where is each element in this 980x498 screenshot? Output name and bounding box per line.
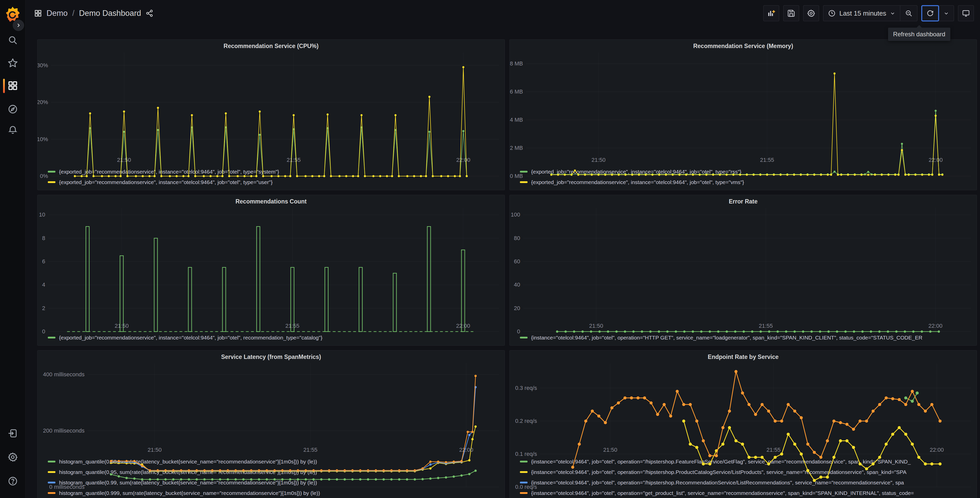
data-point: [281, 478, 283, 480]
data-point: [243, 175, 245, 177]
plot-region[interactable]: [540, 363, 971, 445]
chart-area[interactable]: 0 MB2 MB4 MB6 MB8 MB: [510, 53, 977, 155]
sign-in-icon[interactable]: [8, 428, 18, 439]
legend-label: histogram_quantile(0.999, sum(rate(laten…: [59, 490, 320, 496]
panel-title[interactable]: Service Latency (from SpanMetrics): [38, 351, 504, 363]
plot-region[interactable]: [523, 208, 971, 321]
data-point: [641, 330, 643, 333]
sidebar-expand-button[interactable]: [13, 20, 24, 31]
chart-area[interactable]: 0.0 req/s0.1 req/s0.2 req/s0.3 req/s: [510, 363, 977, 445]
data-point: [196, 469, 198, 472]
data-point: [638, 174, 640, 176]
legend-swatch: [520, 482, 528, 484]
y-tick-label: 0: [42, 328, 45, 335]
explore-icon[interactable]: [8, 104, 18, 114]
legend-item[interactable]: {exported_job="recommendationservice", i…: [48, 332, 502, 343]
data-point: [336, 478, 338, 480]
data-point: [931, 174, 933, 176]
chart-area[interactable]: 0 milliseconds200 milliseconds400 millis…: [38, 363, 504, 445]
starred-icon[interactable]: [8, 58, 18, 68]
time-range-picker: Last 15 minutes: [823, 5, 917, 21]
y-tick-label: 10: [39, 211, 45, 218]
time-range-button[interactable]: Last 15 minutes: [823, 6, 900, 21]
panel-title[interactable]: Recommendation Service (Memory): [510, 40, 977, 53]
panel-title[interactable]: Recommendations Count: [38, 195, 504, 208]
data-point: [917, 403, 921, 406]
breadcrumb-folder[interactable]: Demo: [46, 9, 68, 18]
chart-area[interactable]: 020406080100: [510, 208, 977, 321]
data-point: [887, 330, 889, 333]
panel-title[interactable]: Endpoint Rate by Service: [510, 351, 977, 363]
legend-item[interactable]: {instance="otelcol:9464", job="otel", op…: [520, 488, 974, 498]
data-point: [432, 175, 434, 177]
data-point: [591, 410, 594, 413]
data-point: [939, 420, 942, 423]
data-point: [685, 174, 687, 176]
data-point: [123, 131, 125, 133]
x-tick-label: 22:00: [456, 322, 470, 329]
data-point: [702, 439, 705, 442]
data-point: [180, 469, 182, 472]
panel-title[interactable]: Error Rate: [510, 195, 977, 208]
zoom-out-button[interactable]: [900, 6, 917, 21]
legend-item[interactable]: {exported_job="recommendationservice", i…: [520, 177, 974, 187]
data-point: [901, 143, 903, 145]
save-dashboard-button[interactable]: [783, 5, 799, 21]
data-point: [872, 463, 875, 466]
dashboards-icon[interactable]: [8, 81, 18, 91]
data-point: [760, 456, 764, 459]
y-tick-label: 200 milliseconds: [43, 428, 84, 434]
add-panel-button[interactable]: [764, 5, 779, 21]
legend-item[interactable]: {exported_job="recommendationservice", i…: [48, 177, 502, 187]
data-point: [650, 401, 653, 404]
data-point: [911, 390, 914, 393]
data-point: [328, 469, 330, 472]
data-point: [406, 478, 408, 480]
data-point: [616, 330, 618, 333]
data-point: [161, 175, 162, 177]
data-point: [837, 174, 839, 176]
data-point: [728, 410, 731, 413]
data-point: [258, 478, 260, 480]
refresh-interval-button[interactable]: [939, 6, 954, 21]
plot-region[interactable]: [88, 363, 499, 445]
cycle-view-mode-button[interactable]: [958, 5, 974, 21]
plot-region[interactable]: [526, 53, 971, 155]
legend-swatch: [520, 181, 528, 183]
legend-item[interactable]: {instance="otelcol:9464", job="otel", op…: [520, 332, 974, 343]
data-point: [172, 478, 175, 480]
share-icon[interactable]: [146, 10, 153, 17]
data-point: [904, 330, 906, 333]
legend-item[interactable]: histogram_quantile(0.999, sum(rate(laten…: [48, 488, 502, 498]
search-icon[interactable]: [8, 35, 18, 45]
data-point: [759, 330, 762, 333]
settings-icon[interactable]: [8, 452, 18, 462]
data-point: [289, 175, 291, 177]
data-point: [931, 403, 934, 406]
legend-swatch: [520, 337, 528, 338]
data-point: [834, 171, 836, 172]
data-point: [666, 330, 668, 333]
legend-swatch: [520, 461, 528, 463]
plot-region[interactable]: [51, 53, 499, 155]
chart-area[interactable]: 0%10%20%30%: [38, 53, 504, 155]
panel-title[interactable]: Recommendation Service (CPU%): [38, 40, 504, 53]
plot-region[interactable]: [48, 208, 499, 321]
refresh-button[interactable]: [922, 6, 939, 21]
data-point: [234, 478, 237, 480]
help-icon[interactable]: [8, 476, 18, 486]
data-point: [210, 175, 212, 177]
data-point: [339, 175, 340, 177]
chart-area[interactable]: 0246810: [38, 208, 504, 321]
data-point: [669, 415, 672, 418]
breadcrumb-dashboard[interactable]: Demo Dashboard: [79, 9, 141, 18]
data-point: [752, 174, 755, 176]
alerting-icon[interactable]: [8, 125, 18, 135]
dashboard-settings-button[interactable]: [803, 5, 819, 21]
data-point: [597, 415, 600, 418]
series-line: [551, 111, 942, 174]
data-point: [398, 478, 400, 480]
data-point: [676, 390, 679, 393]
chevron-down-icon: [890, 11, 896, 16]
data-point: [344, 469, 346, 472]
